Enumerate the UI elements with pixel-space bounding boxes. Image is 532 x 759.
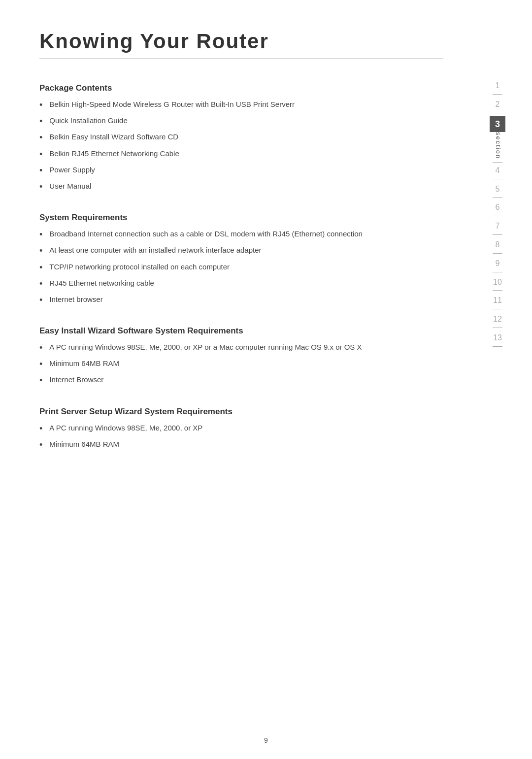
sidebar-num-11: 11 <box>490 294 505 308</box>
sidebar-num-12: 12 <box>490 312 505 327</box>
sidebar-item-11: 11 <box>490 294 505 310</box>
sidebar-divider-2 <box>493 113 502 113</box>
system-requirements-section: System Requirements Broadband Internet c… <box>39 213 443 306</box>
list-item: TCP/IP networking protocol installed on … <box>39 262 443 274</box>
list-item: A PC running Windows 98SE, Me, 2000, or … <box>39 423 443 435</box>
easy-install-heading: Easy Install Wizard Software System Requ… <box>39 326 443 336</box>
title-divider <box>39 58 443 59</box>
sidebar-item-2: 2 <box>490 98 505 114</box>
package-contents-heading: Package Contents <box>39 83 443 93</box>
sidebar-item-4: 4 <box>490 161 505 180</box>
sidebar-item-3-active: 3 section <box>490 116 505 159</box>
package-contents-list: Belkin High-Speed Mode Wireless G Router… <box>39 99 443 193</box>
sidebar-divider-12 <box>493 328 502 328</box>
sidebar-divider-1 <box>493 94 502 95</box>
sidebar-num-3-active: 3 <box>490 116 505 132</box>
sidebar-num-7: 7 <box>490 219 505 233</box>
sidebar-num-4: 4 <box>490 164 505 178</box>
sidebar-num-10: 10 <box>490 275 505 290</box>
sidebar-divider-7 <box>493 234 502 235</box>
sidebar-num-6: 6 <box>490 200 505 215</box>
sidebar-divider-4a <box>493 162 502 163</box>
list-item: Belkin Easy Install Wizard Software CD <box>39 132 443 144</box>
sidebar-divider-4b <box>493 179 502 179</box>
sidebar-item-8: 8 <box>490 238 505 255</box>
sidebar-item-5: 5 <box>490 182 505 199</box>
sidebar-section-label: section <box>495 132 502 159</box>
sidebar-divider-9 <box>493 272 502 272</box>
sidebar-num-9: 9 <box>490 257 505 271</box>
sidebar-item-9: 9 <box>490 257 505 273</box>
system-requirements-heading: System Requirements <box>39 213 443 223</box>
print-server-section: Print Server Setup Wizard System Require… <box>39 407 443 451</box>
list-item: RJ45 Ethernet networking cable <box>39 278 443 290</box>
page-container: Knowing Your Router Package Contents Bel… <box>0 0 532 759</box>
sidebar-num-8: 8 <box>490 238 505 252</box>
main-content: Knowing Your Router Package Contents Bel… <box>0 0 483 759</box>
list-item: Broadband Internet connection such as a … <box>39 229 443 241</box>
sidebar-divider-5 <box>493 197 502 198</box>
list-item: Power Supply <box>39 165 443 177</box>
list-item: Quick Installation Guide <box>39 115 443 128</box>
print-server-list: A PC running Windows 98SE, Me, 2000, or … <box>39 423 443 451</box>
print-server-heading: Print Server Setup Wizard System Require… <box>39 407 443 417</box>
package-contents-section: Package Contents Belkin High-Speed Mode … <box>39 83 443 193</box>
list-item: Belkin RJ45 Ethernet Networking Cable <box>39 148 443 161</box>
list-item: At least one computer with an installed … <box>39 245 443 257</box>
sidebar-divider-13 <box>493 346 502 347</box>
list-item: A PC running Windows 98SE, Me, 2000, or … <box>39 342 443 354</box>
sidebar-divider-10 <box>493 290 502 291</box>
sidebar-divider-6 <box>493 216 502 216</box>
sidebar-item-10: 10 <box>490 275 505 292</box>
sidebar-num-13: 13 <box>490 331 505 345</box>
page-number: 9 <box>264 736 268 744</box>
list-item: Minimum 64MB RAM <box>39 439 443 451</box>
list-item: Internet Browser <box>39 374 443 387</box>
list-item: Minimum 64MB RAM <box>39 358 443 370</box>
sidebar-item-7: 7 <box>490 219 505 236</box>
sidebar-num-1: 1 <box>490 79 505 93</box>
sidebar-num-5: 5 <box>490 182 505 197</box>
sidebar-item-6: 6 <box>490 200 505 217</box>
sidebar-item-1: 1 <box>490 79 505 96</box>
page-title: Knowing Your Router <box>39 30 443 53</box>
sidebar-divider-11 <box>493 309 502 309</box>
easy-install-list: A PC running Windows 98SE, Me, 2000, or … <box>39 342 443 387</box>
sidebar-divider-8 <box>493 253 502 254</box>
sidebar-num-2: 2 <box>490 98 505 112</box>
sidebar-item-12: 12 <box>490 312 505 329</box>
sidebar-item-13: 13 <box>490 331 505 348</box>
system-requirements-list: Broadband Internet connection such as a … <box>39 229 443 306</box>
list-item: Internet browser <box>39 294 443 306</box>
easy-install-section: Easy Install Wizard Software System Requ… <box>39 326 443 387</box>
list-item: User Manual <box>39 181 443 193</box>
sidebar: 1 2 3 section 4 5 6 7 8 <box>483 0 512 759</box>
list-item: Belkin High-Speed Mode Wireless G Router… <box>39 99 443 111</box>
